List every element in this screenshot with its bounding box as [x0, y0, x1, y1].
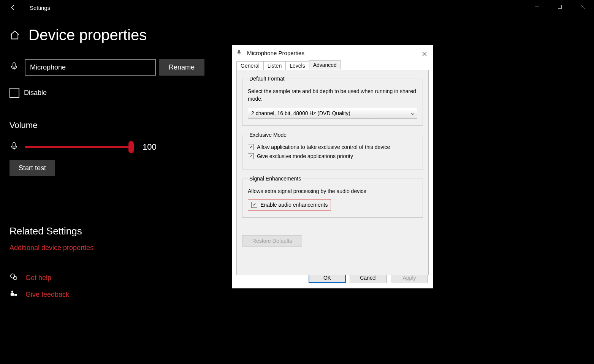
exclusive-control-label: Allow applications to take exclusive con…: [257, 144, 390, 150]
exclusive-mode-group: Exclusive Mode ✓ Allow applications to t…: [242, 132, 423, 169]
dialog-tabs: General Listen Levels Advanced: [232, 60, 433, 70]
svg-point-4: [11, 274, 15, 278]
svg-point-6: [11, 291, 13, 293]
minimize-button[interactable]: [526, 0, 548, 13]
give-feedback-label: Give feedback: [25, 291, 69, 299]
default-format-group: Default Format Select the sample rate an…: [242, 76, 423, 126]
feedback-icon: [10, 290, 21, 299]
chevron-down-icon: [411, 110, 415, 116]
svg-rect-8: [14, 294, 17, 296]
dialog-title: Microphone Properties: [247, 50, 304, 56]
home-icon: [10, 30, 21, 41]
svg-rect-1: [558, 5, 562, 8]
signal-enhancements-legend: Signal Enhancements: [248, 176, 303, 182]
help-icon: [10, 273, 21, 283]
svg-rect-2: [13, 63, 15, 67]
microphone-icon: [10, 62, 21, 73]
volume-slider[interactable]: [25, 146, 131, 148]
disable-checkbox[interactable]: [10, 88, 19, 98]
close-button[interactable]: [571, 0, 594, 13]
default-format-legend: Default Format: [248, 76, 286, 82]
exclusive-priority-label: Give exclusive mode applications priorit…: [257, 153, 353, 159]
back-button[interactable]: [8, 2, 18, 13]
tab-listen[interactable]: Listen: [263, 61, 286, 70]
signal-enhancements-desc: Allows extra signal processing by the au…: [248, 188, 417, 195]
svg-rect-9: [238, 50, 240, 53]
exclusive-mode-legend: Exclusive Mode: [248, 132, 288, 138]
window-title: Settings: [30, 5, 50, 11]
tab-advanced[interactable]: Advanced: [309, 60, 341, 70]
volume-slider-thumb[interactable]: [128, 141, 134, 153]
svg-rect-7: [11, 293, 14, 296]
dialog-tab-panel: Default Format Select the sample rate an…: [236, 70, 429, 275]
page-header: Device properties: [0, 27, 594, 44]
disable-label: Disable: [24, 89, 47, 97]
default-format-desc: Select the sample rate and bit depth to …: [248, 88, 417, 103]
start-test-button[interactable]: Start test: [10, 160, 55, 176]
dialog-title-bar: Microphone Properties: [232, 45, 433, 60]
maximize-button[interactable]: [548, 0, 571, 13]
microphone-icon: [236, 49, 243, 57]
restore-defaults-button[interactable]: Restore Defaults: [242, 235, 302, 247]
volume-value: 100: [143, 142, 157, 152]
dialog-close-button[interactable]: [419, 48, 430, 60]
get-help-label: Get help: [25, 274, 51, 282]
svg-rect-3: [13, 142, 15, 147]
signal-enhancements-group: Signal Enhancements Allows extra signal …: [242, 176, 423, 218]
enable-enhancements-checkbox[interactable]: ✓: [251, 202, 257, 208]
device-name-input[interactable]: [25, 59, 156, 76]
give-feedback-link[interactable]: Give feedback: [10, 290, 594, 299]
tab-levels[interactable]: Levels: [285, 61, 309, 70]
enable-enhancements-label: Enable audio enhancements: [260, 202, 328, 208]
exclusive-priority-checkbox[interactable]: ✓: [248, 153, 254, 159]
page-title: Device properties: [29, 27, 147, 44]
microphone-properties-dialog: Microphone Properties General Listen Lev…: [232, 45, 433, 288]
window-controls: [526, 0, 594, 13]
enable-enhancements-row: ✓ Enable audio enhancements: [248, 199, 331, 210]
tab-general[interactable]: General: [236, 61, 264, 70]
rename-button[interactable]: Rename: [159, 59, 204, 76]
exclusive-control-checkbox[interactable]: ✓: [248, 144, 254, 150]
microphone-icon: [10, 142, 21, 152]
sample-rate-value: 2 channel, 16 bit, 48000 Hz (DVD Quality…: [251, 110, 350, 116]
title-bar: Settings: [0, 0, 594, 15]
sample-rate-select[interactable]: 2 channel, 16 bit, 48000 Hz (DVD Quality…: [248, 108, 417, 119]
svg-point-5: [13, 276, 17, 280]
